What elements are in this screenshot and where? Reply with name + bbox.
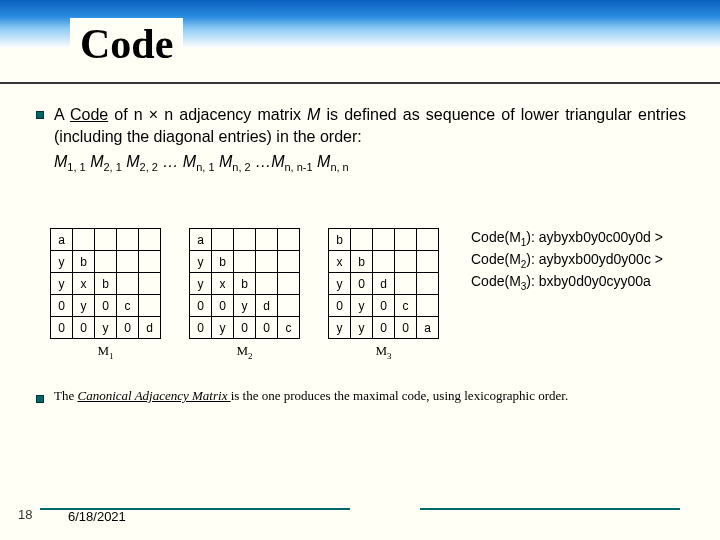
code-line-3: Code(M3): bxby0d0y0cyy00a [471,272,663,294]
footer-date: 6/18/2021 [68,509,126,524]
matrix-2: a yb yxb 00yd 0y00c M2 [189,228,300,361]
main-content: A Code of n × n adjacency matrix M is de… [36,104,686,173]
matrix-1-table: a yb yxb 0y0c 00y0d [50,228,161,339]
page-number: 18 [18,507,32,522]
code-list: Code(M1): aybyxb0y0c00y0d > Code(M2): ay… [471,228,663,293]
matrix-3-label: M3 [375,343,391,361]
code-keyword: Code [70,106,108,123]
sequence: M1, 1 M2, 1 M2, 2 … Mn, 1 Mn, 2 …Mn, n-1… [54,153,686,173]
matrix-3: b xb y0d 0y0c yy00a M3 [328,228,439,361]
matrix-1: a yb yxb 0y0c 00y0d M1 [50,228,161,361]
matrix-2-label: M2 [236,343,252,361]
footer-rule-right [420,508,680,510]
note-text: The Canonical Adjacency Matrix is the on… [54,388,568,404]
matrix-2-table: a yb yxb 00yd 0y00c [189,228,300,339]
bullet-item-1: A Code of n × n adjacency matrix M is de… [36,104,686,173]
bullet-icon [36,395,44,403]
title-rule [0,82,720,84]
matrix-3-table: b xb y0d 0y0c yy00a [328,228,439,339]
definition-text: A Code of n × n adjacency matrix M is de… [54,104,686,147]
matrix-1-label: M1 [97,343,113,361]
page-title: Code [80,20,173,68]
matrices-row: a yb yxb 0y0c 00y0d M1 a yb yxb 00yd 0y0… [50,228,663,361]
bullet-item-2: The Canonical Adjacency Matrix is the on… [36,388,684,404]
title-container: Code [70,18,183,74]
bullet-icon [36,111,44,119]
code-line-1: Code(M1): aybyxb0y0c00y0d > [471,228,663,250]
code-line-2: Code(M2): aybyxb00yd0y00c > [471,250,663,272]
